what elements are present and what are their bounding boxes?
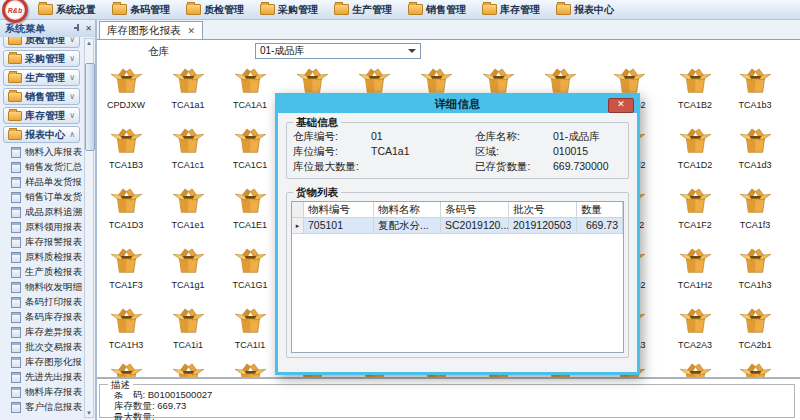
storage-bin[interactable]: TCA1D2 [667, 128, 723, 170]
sidebar-scrollbar[interactable]: ▲ ▼ [84, 38, 94, 418]
tab-bar: 库存图形化报表 ✕ [97, 20, 800, 40]
tab-close-icon[interactable]: ✕ [188, 26, 196, 36]
storage-bin[interactable]: TCA1d3 [727, 128, 783, 170]
sidebar-group-label: 销售管理 [25, 90, 65, 104]
warehouse-select[interactable]: 01-成品库 [255, 43, 421, 59]
storage-bin[interactable]: TCA1B3 [98, 128, 154, 170]
sidebar-item-report[interactable]: 先进先出报表 [0, 370, 82, 385]
sidebar-item-report[interactable]: 生产质检报表 [0, 265, 82, 280]
storage-bin[interactable]: TCA1H2 [667, 248, 723, 290]
storage-bin[interactable]: TCA1E1 [222, 188, 278, 230]
storage-bin-label: TCA1h3 [738, 280, 771, 290]
storage-bin[interactable]: TCA1h3 [727, 248, 783, 290]
folder-icon [408, 4, 423, 15]
sidebar-group[interactable]: 库存管理 ∨ [3, 107, 80, 124]
storage-bin-label: CPDJXW [107, 100, 145, 110]
sidebar-item-report[interactable]: 成品原料追溯... [0, 205, 82, 220]
column-header[interactable]: 数量 [577, 202, 623, 217]
cell-material-code: 705101 [304, 218, 374, 233]
sidebar-item-report[interactable]: 条码打印报表 [0, 295, 82, 310]
sidebar-group[interactable]: 销售管理 ∨ [3, 88, 80, 105]
sidebar-item-report[interactable]: 客户信息报表 [0, 400, 82, 415]
sidebar-item-label: 条码打印报表 [25, 296, 82, 309]
storage-bin[interactable]: TCA1G1 [222, 248, 278, 290]
box-icon [110, 188, 143, 219]
storage-bin[interactable] [98, 363, 154, 377]
pin-icon[interactable] [73, 23, 82, 34]
scrollbar-thumb[interactable] [85, 63, 95, 151]
box-icon [110, 308, 143, 339]
sidebar-item-report[interactable]: 物料收发明细... [0, 280, 82, 295]
sidebar-item-report[interactable]: 样品单发货报表 [0, 175, 82, 190]
storage-bin[interactable]: CPDJXW [98, 68, 154, 110]
sidebar-item-report[interactable]: 条码库存报表 [0, 310, 82, 325]
sidebar-group-partial[interactable]: 质检管理 ∨ [3, 37, 80, 48]
sidebar-item-report[interactable]: 物料入库报表 [0, 145, 82, 160]
menubar-item[interactable]: 条码管理 [112, 3, 170, 17]
menubar-item[interactable]: 销售管理 [408, 3, 466, 17]
sidebar-item-label: 先进先出报表 [25, 371, 82, 384]
column-header[interactable]: 批次号 [509, 202, 577, 217]
menubar-item[interactable]: 采购管理 [260, 3, 318, 17]
storage-bin[interactable] [667, 363, 723, 377]
storage-bin[interactable]: TCA1F3 [98, 248, 154, 290]
storage-bin-label: TCA1D3 [109, 220, 144, 230]
column-header[interactable]: 物料编号 [304, 202, 374, 217]
folder-icon [8, 92, 22, 102]
column-header[interactable]: 条码号 [441, 202, 509, 217]
sidebar-item-report[interactable]: 物料库存报表 [0, 385, 82, 400]
storage-bin-label: TCA1b3 [738, 100, 771, 110]
menubar-item[interactable]: 库存管理 [482, 3, 540, 17]
box-icon [110, 248, 143, 279]
goods-table-row[interactable]: ▸ 705101 复配水分... SC2019120... 2019120503… [292, 218, 623, 234]
menubar-item[interactable]: 质检管理 [186, 3, 244, 17]
dialog-close-button[interactable]: ✕ [608, 98, 634, 113]
storage-bin[interactable]: TCA1b3 [727, 68, 783, 110]
cell-quantity: 669.73 [577, 218, 623, 233]
sidebar-item-report[interactable]: 原料质检报表 [0, 250, 82, 265]
storage-bin[interactable]: TCA1C1 [222, 128, 278, 170]
sidebar-item-report[interactable]: 原料领用报表 [0, 220, 82, 235]
storage-bin-label: TCA1G1 [232, 280, 267, 290]
close-icon[interactable]: ✕ [85, 24, 92, 33]
sidebar-item-report[interactable]: 销售订单发货... [0, 190, 82, 205]
sidebar-group[interactable]: 采购管理 ∨ [3, 50, 80, 67]
storage-bin[interactable]: TCA2A3 [667, 308, 723, 350]
folder-icon [8, 54, 22, 64]
description-legend: 描述 [108, 379, 133, 392]
storage-bin[interactable] [222, 363, 278, 377]
storage-bin[interactable]: TCA2b1 [727, 308, 783, 350]
column-header[interactable]: 物料名称 [374, 202, 441, 217]
storage-bin[interactable]: TCA1c1 [160, 128, 216, 170]
storage-bin[interactable]: TCA1A1 [222, 68, 278, 110]
storage-bin-label: TCA1H3 [109, 340, 144, 350]
storage-bin[interactable]: TCA1g1 [160, 248, 216, 290]
storage-bin[interactable] [727, 363, 783, 377]
sidebar-item-label: 销售发货汇总... [25, 161, 82, 174]
storage-bin[interactable]: TCA1i1 [160, 308, 216, 350]
sidebar-item-report[interactable]: 销售发货汇总... [0, 160, 82, 175]
sidebar-group[interactable]: 生产管理 ∨ [3, 69, 80, 86]
storage-bin[interactable]: TCA1e1 [160, 188, 216, 230]
menubar-item[interactable]: 系统设置 [38, 3, 96, 17]
storage-bin[interactable]: TCA1a1 [160, 68, 216, 110]
sidebar-group-reports[interactable]: 报表中心 ∧ [3, 126, 80, 143]
scroll-up-icon[interactable]: ▲ [85, 39, 93, 47]
menubar-item[interactable]: 报表中心 [556, 3, 614, 17]
tab-inventory-graphic-report[interactable]: 库存图形化报表 ✕ [99, 21, 203, 39]
storage-bin[interactable]: TCA1H3 [98, 308, 154, 350]
storage-bin[interactable]: TCA1B2 [667, 68, 723, 110]
storage-bin[interactable]: TCA1f3 [727, 188, 783, 230]
sidebar-item-report[interactable]: 库存差异报表 [0, 325, 82, 340]
storage-bin-label: TCA1i1 [173, 340, 203, 350]
menubar-item[interactable]: 生产管理 [334, 3, 392, 17]
storage-bin[interactable]: TCA1D3 [98, 188, 154, 230]
sidebar-item-report[interactable]: 库存报警报表 [0, 235, 82, 250]
storage-bin[interactable]: TCA1I1 [222, 308, 278, 350]
sidebar-item-report[interactable]: 批次交易报表 [0, 340, 82, 355]
storage-bin[interactable] [160, 363, 216, 377]
report-icon [11, 342, 21, 353]
scroll-down-icon[interactable]: ▼ [85, 409, 93, 417]
sidebar-item-report[interactable]: 库存图形化报表 [0, 355, 82, 370]
storage-bin[interactable]: TCA1F2 [667, 188, 723, 230]
